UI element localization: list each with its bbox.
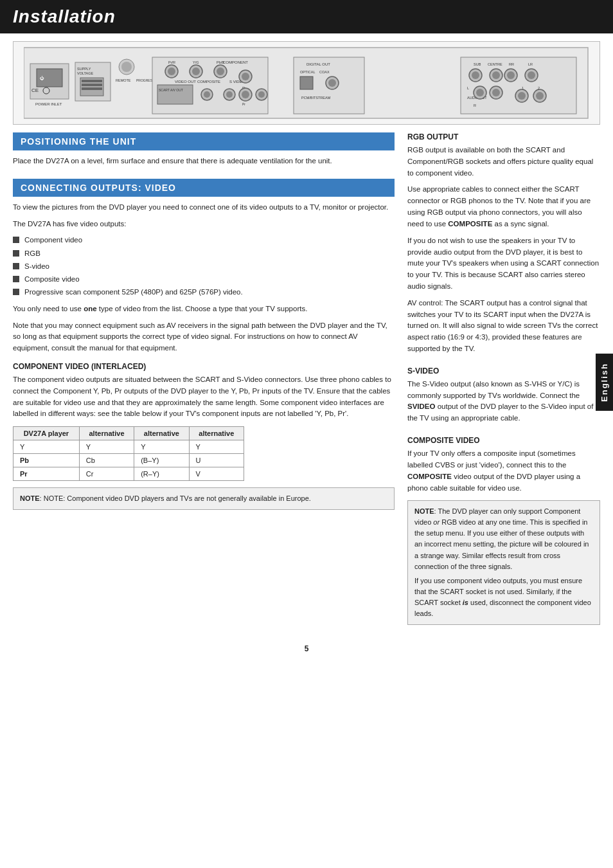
table-cell: U	[189, 454, 244, 467]
note-component-box: NOTE: NOTE: Component video DVD players …	[13, 487, 395, 510]
component-table: DV27A player alternative alternative alt…	[13, 426, 244, 481]
component-video-heading: COMPONENT VIDEO (INTERLACED)	[13, 362, 395, 371]
svg-text:SUPPLY: SUPPLY	[77, 67, 91, 71]
s-video-section: S-VIDEO The S-Video output (also known a…	[407, 366, 600, 424]
list-item: Component video	[13, 235, 395, 246]
svg-rect-50	[300, 77, 313, 89]
composite-body: If your TV only offers a composite input…	[407, 448, 600, 494]
s-video-heading: S-VIDEO	[407, 366, 600, 375]
svg-text:Pr: Pr	[242, 102, 245, 106]
rgb-para4: AV control: The SCART output has a contr…	[407, 298, 600, 355]
table-header: DV27A player	[13, 427, 80, 440]
svg-point-70	[476, 89, 484, 96]
positioning-body: Place the DV27A on a level, firm surface…	[13, 156, 395, 167]
connecting-video-intro: To view the pictures from the DVD player…	[13, 202, 395, 213]
svg-text:CE: CE	[31, 87, 39, 93]
svg-point-35	[204, 91, 210, 98]
table-cell: Y	[79, 440, 134, 454]
svg-point-39	[242, 73, 249, 80]
svg-text:SCART A/V OUT: SCART A/V OUT	[159, 88, 183, 92]
table-cell: Y	[189, 440, 244, 454]
composite-video-heading: COMPOSITE VIDEO	[407, 436, 600, 445]
svg-text:COMPOSITE: COMPOSITE	[197, 80, 220, 84]
svg-text:PCM/BITSTREAM: PCM/BITSTREAM	[301, 96, 331, 100]
rgb-output-heading: RGB OUTPUT	[407, 132, 600, 141]
list-item: S-video	[13, 261, 395, 272]
page-number: 5	[0, 637, 613, 661]
bullet-icon	[13, 237, 19, 243]
svg-text:R: R	[474, 104, 476, 107]
table-row: Pb Cb (B–Y) U	[13, 454, 244, 467]
one-type-text: You only need to use one type of video f…	[13, 303, 395, 315]
table-cell: Y	[134, 440, 189, 454]
list-item: Composite video	[13, 274, 395, 285]
svg-text:RR: RR	[509, 62, 514, 66]
svg-text:⏻: ⏻	[40, 76, 44, 80]
svg-point-42	[242, 91, 249, 98]
svg-text:POWER INLET: POWER INLET	[35, 102, 62, 106]
video-outputs-list: Component video RGB S-video Composite vi…	[13, 235, 395, 298]
composite-note-box: NOTE: The DVD player can only support Co…	[407, 500, 600, 624]
svg-rect-13	[82, 87, 102, 90]
svg-text:Pr/R: Pr/R	[168, 60, 175, 64]
svg-point-64	[507, 71, 515, 79]
svg-point-45	[258, 91, 265, 98]
left-column: POSITIONING THE UNIT Place the DV27A on …	[13, 132, 395, 637]
composite-note-p2: If you use component video outputs, you …	[414, 575, 593, 619]
svg-point-25	[192, 68, 200, 75]
page-header: Installation	[0, 0, 613, 33]
connecting-video-has-five: The DV27A has five video outputs:	[13, 219, 395, 230]
svg-text:SUB: SUB	[474, 62, 481, 66]
table-cell: Pb	[13, 454, 80, 467]
table-cell: (B–Y)	[134, 454, 189, 467]
list-item: RGB	[13, 248, 395, 259]
table-cell: Cr	[79, 467, 134, 481]
svg-point-72	[492, 89, 500, 96]
device-panel-svg: POWER INLET ⏻ CE SUPPLY VOLTAGE REMOTE P…	[24, 44, 589, 122]
note-component-text: NOTE: NOTE: Component video DVD players …	[20, 493, 387, 504]
page-title: Installation	[13, 6, 116, 26]
svg-text:L: L	[467, 86, 469, 90]
table-header: alternative	[134, 427, 189, 440]
bullet-icon	[13, 250, 19, 257]
connecting-video-section: CONNECTING OUTPUTS: VIDEO To view the pi…	[13, 179, 395, 510]
rgb-para3: If you do not wish to use the speakers i…	[407, 235, 600, 293]
svg-point-66	[528, 71, 535, 79]
rgb-output-section: RGB OUTPUT RGB output is available on bo…	[407, 132, 600, 355]
table-cell: (R–Y)	[134, 467, 189, 481]
connecting-video-heading: CONNECTING OUTPUTS: VIDEO	[13, 179, 395, 197]
svg-point-15	[121, 62, 132, 72]
bullet-icon	[13, 289, 19, 295]
composite-video-section: COMPOSITE VIDEO If your TV only offers a…	[407, 436, 600, 625]
table-row: Pr Cr (R–Y) V	[13, 467, 244, 481]
table-header: alternative	[79, 427, 134, 440]
language-tab: English	[596, 354, 613, 411]
right-column: RGB OUTPUT RGB output is available on bo…	[407, 132, 600, 637]
svg-rect-11	[82, 80, 102, 82]
svg-text:Y/G: Y/G	[193, 60, 199, 64]
svg-text:VOLTAGE: VOLTAGE	[77, 71, 93, 75]
table-cell: Pr	[13, 467, 80, 481]
bullet-icon	[13, 276, 19, 282]
rgb-para1: RGB output is available on both the SCAR…	[407, 145, 600, 179]
table-row: Y Y Y Y	[13, 440, 244, 454]
table-cell: Cb	[79, 454, 134, 467]
svg-text:LR: LR	[528, 62, 533, 66]
device-image: POWER INLET ⏻ CE SUPPLY VOLTAGE REMOTE P…	[13, 41, 600, 125]
svg-point-23	[168, 68, 175, 75]
svg-point-77	[518, 92, 526, 100]
svg-rect-12	[82, 84, 102, 86]
svg-text:VIDEO OUT: VIDEO OUT	[175, 80, 196, 84]
positioning-heading: POSITIONING THE UNIT	[13, 132, 395, 150]
rgb-para2: Use appropriate cables to connect either…	[407, 184, 600, 230]
table-header: alternative	[189, 427, 244, 440]
svg-point-79	[536, 92, 544, 100]
av-note-text: Note that you may connect equipment such…	[13, 320, 395, 354]
svg-point-60	[472, 71, 479, 79]
svg-point-52	[328, 79, 336, 87]
s-video-body: The S-Video output (also known as S-VHS …	[407, 379, 600, 424]
svg-text:DIGITAL OUT: DIGITAL OUT	[306, 62, 330, 66]
svg-text:OPTICAL: OPTICAL	[300, 70, 315, 74]
svg-point-37	[226, 91, 233, 98]
svg-text:COAX: COAX	[319, 70, 330, 74]
